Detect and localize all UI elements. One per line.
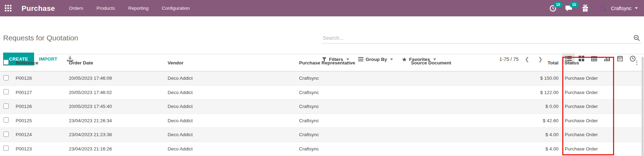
cell-representative[interactable]: Craftsync	[299, 118, 411, 123]
cell-vendor[interactable]: Deco Addict	[168, 104, 299, 109]
app-title: Purchase	[22, 4, 55, 13]
cell-representative[interactable]: Craftsync	[299, 146, 411, 151]
table-row[interactable]: P00124 23/04/2023 21:23:38 Deco Addict C…	[0, 128, 644, 142]
user-name: Craftsync	[611, 6, 631, 11]
cell-status[interactable]: Purchase Order	[561, 90, 612, 95]
main-menu: Orders Products Reporting Configuration	[68, 4, 190, 12]
cell-order-date[interactable]: 20/05/2023 17:46:02	[69, 90, 168, 95]
table-header-row: Reference Order Date Vendor Purchase Rep…	[0, 54, 644, 71]
search-box	[322, 32, 642, 44]
activities-count-badge: 10	[554, 2, 563, 8]
page-title: Requests for Quotation	[3, 34, 78, 42]
grid-icon	[5, 5, 11, 11]
col-header-order-date[interactable]: Order Date	[69, 60, 168, 65]
navbar-systray: 10 15	[549, 3, 644, 14]
vertical-scrollbar[interactable]	[642, 57, 644, 156]
col-header-representative[interactable]: Purchase Representative	[299, 60, 411, 65]
row-checkbox[interactable]	[3, 103, 9, 109]
cell-reference[interactable]: P00128	[16, 76, 69, 81]
search-icon[interactable]	[633, 34, 640, 41]
table-row[interactable]: P00123 23/04/2023 21:16:26 Deco Addict C…	[0, 142, 644, 156]
col-header-source-document[interactable]: Source Document	[411, 60, 476, 65]
cell-total[interactable]: $ 122.00	[476, 90, 561, 95]
cell-status[interactable]: Purchase Order	[561, 132, 612, 137]
user-avatar: S	[598, 3, 608, 14]
rfq-list-table: Reference Order Date Vendor Purchase Rep…	[0, 54, 644, 156]
gift-icon	[582, 5, 589, 12]
optional-columns-icon[interactable]: ⋮	[634, 60, 639, 65]
col-header-vendor[interactable]: Vendor	[168, 60, 299, 65]
search-input[interactable]	[322, 32, 642, 43]
cell-reference[interactable]: P00126	[16, 104, 69, 109]
menu-reporting[interactable]: Reporting	[128, 4, 150, 12]
user-menu[interactable]: S Craftsync	[598, 3, 638, 14]
menu-orders[interactable]: Orders	[68, 4, 84, 12]
col-header-total[interactable]: Total	[476, 60, 561, 65]
menu-products[interactable]: Products	[96, 4, 115, 12]
cell-vendor[interactable]: Deco Addict	[168, 132, 299, 137]
cell-status[interactable]: Purchase Order	[561, 76, 612, 81]
table-row[interactable]: P00128 20/05/2023 17:46:09 Deco Addict C…	[0, 71, 644, 86]
cell-order-date[interactable]: 20/05/2023 17:46:09	[69, 76, 168, 81]
cell-order-date[interactable]: 23/04/2023 21:26:34	[69, 118, 168, 123]
cell-status[interactable]: Purchase Order	[561, 118, 612, 123]
cell-total[interactable]: $ 0.00	[476, 104, 561, 109]
cell-total[interactable]: $ 4.00	[476, 132, 561, 137]
col-header-status[interactable]: Status	[561, 60, 612, 65]
cell-vendor[interactable]: Deco Addict	[168, 76, 299, 81]
cell-reference[interactable]: P00123	[16, 146, 69, 151]
menu-configuration[interactable]: Configuration	[161, 4, 190, 12]
cell-order-date[interactable]: 23/04/2023 21:16:26	[69, 146, 168, 151]
cell-reference[interactable]: P00125	[16, 118, 69, 123]
table-body: P00128 20/05/2023 17:46:09 Deco Addict C…	[0, 71, 644, 156]
cell-total[interactable]: $ 150.00	[476, 76, 561, 81]
activities-button[interactable]: 10	[549, 5, 556, 12]
cell-representative[interactable]: Craftsync	[299, 90, 411, 95]
messages-count-badge: 15	[570, 2, 579, 8]
table-row[interactable]: P00125 23/04/2023 21:26:34 Deco Addict C…	[0, 114, 644, 128]
cell-total[interactable]: $ 4.00	[476, 146, 561, 151]
table-row[interactable]: P00127 20/05/2023 17:46:02 Deco Addict C…	[0, 86, 644, 100]
cell-status[interactable]: Purchase Order	[561, 146, 612, 151]
col-header-reference[interactable]: Reference	[16, 60, 69, 65]
gift-button[interactable]	[582, 5, 589, 12]
cell-order-date[interactable]: 23/04/2023 21:23:38	[69, 132, 168, 137]
row-checkbox[interactable]	[3, 146, 9, 151]
row-checkbox[interactable]	[3, 117, 9, 123]
cell-representative[interactable]: Craftsync	[299, 132, 411, 137]
table-row[interactable]: P00126 20/05/2023 17:45:40 Deco Addict C…	[0, 100, 644, 114]
cell-total[interactable]: $ 42.60	[476, 118, 561, 123]
row-checkbox[interactable]	[3, 89, 9, 94]
row-checkbox[interactable]	[3, 132, 9, 137]
cell-vendor[interactable]: Deco Addict	[168, 90, 299, 95]
cell-representative[interactable]: Craftsync	[299, 104, 411, 109]
cell-reference[interactable]: P00127	[16, 90, 69, 95]
row-checkbox[interactable]	[3, 75, 9, 80]
apps-menu-icon[interactable]	[0, 0, 16, 16]
select-all-checkbox[interactable]	[3, 60, 9, 65]
cell-order-date[interactable]: 20/05/2023 17:45:40	[69, 104, 168, 109]
cell-reference[interactable]: P00124	[16, 132, 69, 137]
cell-representative[interactable]: Craftsync	[299, 76, 411, 81]
svg-text:S: S	[600, 3, 606, 14]
top-navbar: Purchase Orders Products Reporting Confi…	[0, 0, 644, 16]
cell-status[interactable]: Purchase Order	[561, 104, 612, 109]
cell-vendor[interactable]: Deco Addict	[168, 146, 299, 151]
control-panel: Requests for Quotation CREATE IMPORT Fil…	[0, 16, 644, 54]
cell-vendor[interactable]: Deco Addict	[168, 118, 299, 123]
messages-button[interactable]: 15	[565, 5, 573, 11]
chevron-down-icon	[635, 7, 638, 9]
